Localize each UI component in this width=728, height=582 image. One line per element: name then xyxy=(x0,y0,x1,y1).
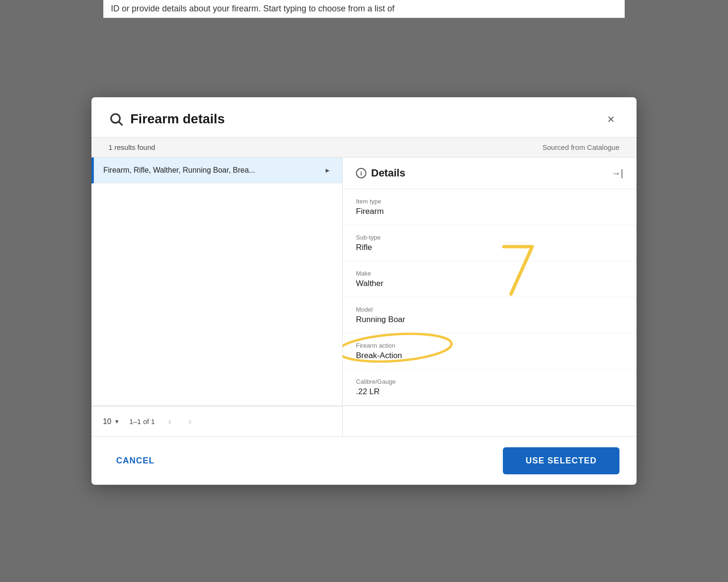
modal-header: Firearm details × xyxy=(91,97,637,137)
bottom-bar: 10 ▼ 1–1 of 1 ‹ › xyxy=(91,406,637,436)
close-button[interactable]: × xyxy=(602,111,619,128)
detail-value-make: Walther xyxy=(356,279,623,288)
detail-label-sub-type: Sub-type xyxy=(356,234,623,241)
detail-row-model: Model Running Boar xyxy=(343,297,637,333)
svg-line-1 xyxy=(119,122,122,125)
expand-icon[interactable]: →| xyxy=(611,168,623,179)
list-item-text: Firearm, Rifle, Walther, Running Boar, B… xyxy=(103,166,324,175)
page-info: 1–1 of 1 xyxy=(129,417,155,425)
detail-label-item-type: Item type xyxy=(356,198,623,205)
info-icon: i xyxy=(356,168,366,178)
dropdown-arrow-icon: ▼ xyxy=(114,418,120,425)
detail-value-model: Running Boar xyxy=(356,315,623,324)
detail-row-sub-type: Sub-type Rifle xyxy=(343,225,637,261)
sourced-label: Sourced from Catalogue xyxy=(542,143,619,151)
page-size-value: 10 xyxy=(103,417,111,426)
search-icon xyxy=(109,111,124,127)
modal-header-left: Firearm details xyxy=(109,111,225,127)
close-icon: × xyxy=(607,112,614,127)
list-item[interactable]: Firearm, Rifle, Walther, Running Boar, B… xyxy=(91,157,342,184)
next-page-button[interactable]: › xyxy=(185,414,196,429)
list-panel: Firearm, Rifle, Walther, Running Boar, B… xyxy=(91,157,343,406)
details-bottom-spacer xyxy=(343,406,637,436)
page-size-selector[interactable]: 10 ▼ xyxy=(103,417,120,426)
detail-value-item-type: Firearm xyxy=(356,207,623,216)
detail-label-firearm-action: Firearm action xyxy=(356,342,623,349)
detail-label-calibre: Calibre/Gauge xyxy=(356,378,623,385)
top-hint-bar: ID or provide details about your firearm… xyxy=(103,0,625,18)
svg-point-0 xyxy=(111,114,120,123)
detail-row-calibre: Calibre/Gauge .22 LR xyxy=(343,370,637,406)
modal-footer: CANCEL USE SELECTED xyxy=(91,436,637,485)
modal-dialog: Firearm details × 1 results found Source… xyxy=(91,97,637,485)
chevron-right-icon: ► xyxy=(324,166,331,174)
detail-row-make: Make Walther xyxy=(343,261,637,297)
prev-page-button[interactable]: ‹ xyxy=(164,414,175,429)
detail-value-calibre: .22 LR xyxy=(356,387,623,397)
modal-body: Firearm, Rifle, Walther, Running Boar, B… xyxy=(91,157,637,406)
pagination-bar: 10 ▼ 1–1 of 1 ‹ › xyxy=(91,406,343,436)
detail-row-item-type: Item type Firearm xyxy=(343,189,637,225)
results-bar: 1 results found Sourced from Catalogue xyxy=(91,137,637,157)
use-selected-button[interactable]: USE SELECTED xyxy=(503,447,619,474)
details-title: Details xyxy=(371,167,405,179)
detail-value-firearm-action: Break-Action xyxy=(356,351,623,360)
backdrop: ID or provide details about your firearm… xyxy=(0,0,728,582)
cancel-button[interactable]: CANCEL xyxy=(109,450,162,471)
detail-row-firearm-action: Firearm action Break-Action xyxy=(343,333,637,370)
details-title-row: i Details xyxy=(356,167,405,179)
details-header: i Details →| xyxy=(343,157,637,189)
hint-text: ID or provide details about your firearm… xyxy=(111,4,394,13)
detail-value-sub-type: Rifle xyxy=(356,243,623,252)
modal-title: Firearm details xyxy=(130,111,225,127)
results-count: 1 results found xyxy=(109,143,155,151)
details-panel: i Details →| Item type Firearm Sub-type … xyxy=(343,157,637,406)
detail-label-model: Model xyxy=(356,306,623,313)
detail-label-make: Make xyxy=(356,270,623,277)
